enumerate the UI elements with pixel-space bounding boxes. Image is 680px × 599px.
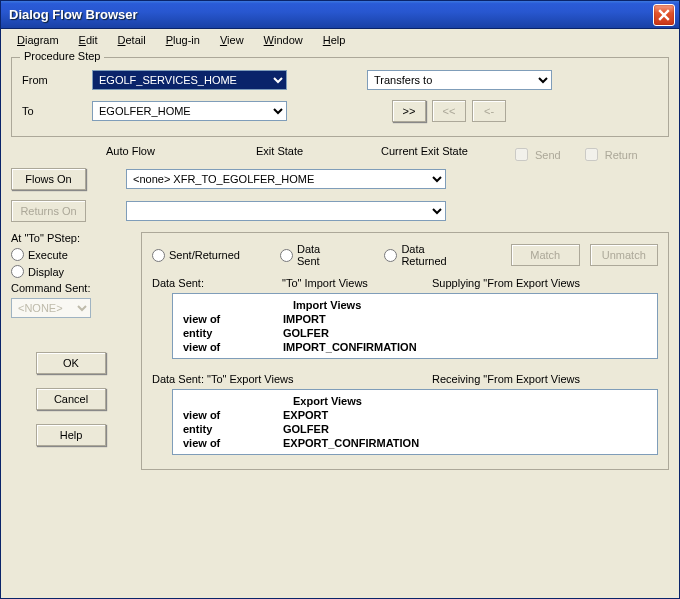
prev-button: << <box>432 100 466 122</box>
import-views-header: Import Views <box>183 298 647 312</box>
sent-returned-label[interactable]: Sent/Returned <box>152 249 240 262</box>
from-select[interactable]: EGOLF_SERVICES_HOME <box>92 70 287 90</box>
nav-buttons: >> << <- <box>392 100 506 122</box>
import-row-0: view ofIMPORT <box>183 312 647 326</box>
display-radio[interactable] <box>11 265 24 278</box>
data-returned-text: Data Returned <box>401 243 471 267</box>
export-headers: Data Sent: "To" Export Views Receiving "… <box>152 373 658 385</box>
return-check-label: Return <box>605 149 638 161</box>
menu-diagram[interactable]: Diagram <box>9 32 67 48</box>
sent-returned-radio[interactable] <box>152 249 165 262</box>
close-icon <box>658 9 670 21</box>
flows-on-button[interactable]: Flows On <box>11 168 86 190</box>
lower-grid: At "To" PStep: Execute Display Command S… <box>11 232 669 474</box>
next-button[interactable]: >> <box>392 100 426 122</box>
left-column: At "To" PStep: Execute Display Command S… <box>11 232 131 474</box>
menu-plugin[interactable]: Plug-in <box>158 32 208 48</box>
menu-detail[interactable]: Detail <box>110 32 154 48</box>
import-headers: Data Sent: "To" Import Views Supplying "… <box>152 277 658 289</box>
execute-radio[interactable] <box>11 248 24 261</box>
send-checkbox <box>515 148 528 161</box>
dialog-buttons: OK Cancel Help <box>11 352 131 446</box>
import-row-2: view ofIMPORT_CONFIRMATION <box>183 340 647 354</box>
content-area: Procedure Step From EGOLF_SERVICES_HOME … <box>1 51 679 598</box>
return-check: Return <box>581 145 638 164</box>
data-group: Sent/Returned Data Sent Data Returned Ma… <box>141 232 669 470</box>
from-label: From <box>22 74 92 86</box>
return-checkbox <box>585 148 598 161</box>
execute-radio-label[interactable]: Execute <box>11 248 131 261</box>
current-header: Current Exit State <box>381 145 511 164</box>
menu-window[interactable]: Window <box>256 32 311 48</box>
exitstate-header: Exit State <box>256 145 381 164</box>
returns-on-select[interactable] <box>126 201 446 221</box>
column-headers: Auto Flow Exit State Current Exit State … <box>11 141 669 168</box>
dialog-window: Dialog Flow Browser Diagram Edit Detail … <box>0 0 680 599</box>
close-button[interactable] <box>653 4 675 26</box>
back-button: <- <box>472 100 506 122</box>
procedure-step-legend: Procedure Step <box>20 50 104 62</box>
ok-button[interactable]: OK <box>36 352 106 374</box>
at-to-label: At "To" PStep: <box>11 232 131 244</box>
export-row-0: view ofEXPORT <box>183 408 647 422</box>
action-select[interactable]: Transfers to <box>367 70 552 90</box>
data-returned-radio[interactable] <box>384 249 397 262</box>
unmatch-button: Unmatch <box>590 244 659 266</box>
filter-radios: Sent/Returned Data Sent Data Returned Ma… <box>152 243 658 267</box>
sent-returned-text: Sent/Returned <box>169 249 240 261</box>
to-select[interactable]: EGOLFER_HOME <box>92 101 287 121</box>
send-check-label: Send <box>535 149 561 161</box>
procedure-step-group: Procedure Step From EGOLF_SERVICES_HOME … <box>11 57 669 137</box>
command-sent-label: Command Sent: <box>11 282 131 294</box>
match-button: Match <box>511 244 580 266</box>
menu-view[interactable]: View <box>212 32 252 48</box>
help-button[interactable]: Help <box>36 424 106 446</box>
flows-on-select[interactable]: <none> XFR_TO_EGOLFER_HOME <box>126 169 446 189</box>
cancel-button[interactable]: Cancel <box>36 388 106 410</box>
export-row-2: view ofEXPORT_CONFIRMATION <box>183 436 647 450</box>
returns-on-button: Returns On <box>11 200 86 222</box>
data-returned-label[interactable]: Data Returned <box>384 243 471 267</box>
data-sent-text: Data Sent <box>297 243 344 267</box>
to-import-hdr: "To" Import Views <box>282 277 432 289</box>
menu-edit[interactable]: Edit <box>71 32 106 48</box>
titlebar: Dialog Flow Browser <box>1 1 679 29</box>
autoflow-header: Auto Flow <box>106 145 256 164</box>
receiving-hdr: Receiving "From Export Views <box>432 373 580 385</box>
data-sent-hdr: Data Sent: <box>152 277 282 289</box>
export-views-header: Export Views <box>183 394 647 408</box>
import-row-1: entityGOLFER <box>183 326 647 340</box>
export-row-1: entityGOLFER <box>183 422 647 436</box>
window-title: Dialog Flow Browser <box>9 7 653 22</box>
import-views-box[interactable]: Import Views view ofIMPORT entityGOLFER … <box>172 293 658 359</box>
data-sent-label[interactable]: Data Sent <box>280 243 344 267</box>
execute-text: Execute <box>28 249 68 261</box>
menu-help[interactable]: Help <box>315 32 354 48</box>
supplying-hdr: Supplying "From Export Views <box>432 277 580 289</box>
data-sent-radio[interactable] <box>280 249 293 262</box>
command-sent-select: <NONE> <box>11 298 91 318</box>
display-radio-label[interactable]: Display <box>11 265 131 278</box>
send-check: Send <box>511 145 561 164</box>
to-label: To <box>22 105 92 117</box>
export-views-box[interactable]: Export Views view ofEXPORT entityGOLFER … <box>172 389 658 455</box>
to-export-hdr: Data Sent: "To" Export Views <box>152 373 432 385</box>
display-text: Display <box>28 266 64 278</box>
menubar: Diagram Edit Detail Plug-in View Window … <box>1 29 679 51</box>
